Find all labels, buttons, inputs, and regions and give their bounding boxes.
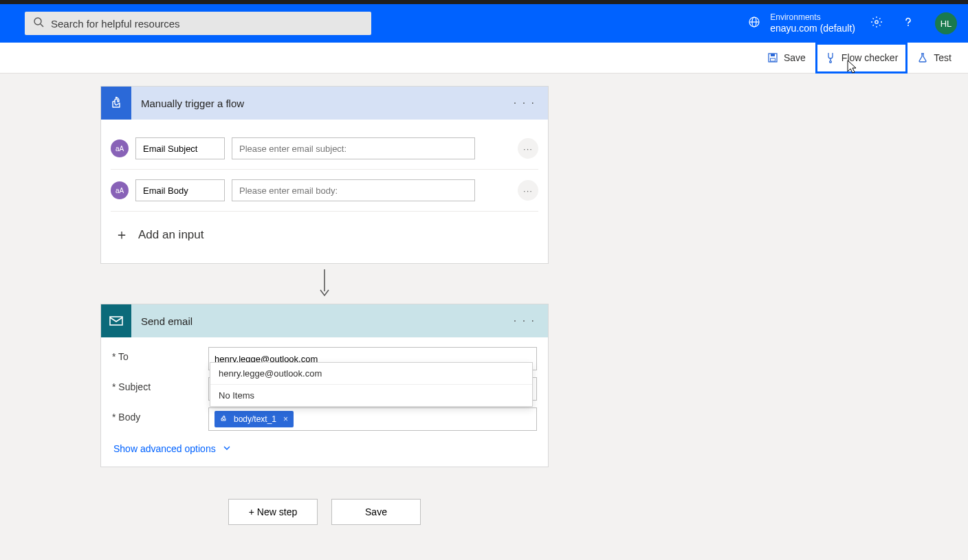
text-param-icon: aA [111,181,129,199]
dynamic-token[interactable]: body/text_1 × [214,411,294,427]
trigger-input-row: aA ··· [111,170,538,212]
add-input-label: Add an input [138,228,204,242]
dropdown-input-row[interactable]: henry.legge@outlook.com [210,363,532,385]
trigger-icon [101,87,131,120]
param-desc-input[interactable] [232,137,475,159]
test-button[interactable]: Test [908,43,961,74]
test-label: Test [934,52,952,63]
search-box[interactable] [25,12,371,35]
param-name-input[interactable] [135,137,225,159]
add-input-button[interactable]: ＋ Add an input [111,212,538,259]
environment-name: enayu.com (default) [770,23,855,34]
svg-point-6 [908,25,909,26]
bottom-button-row: + New step Save [100,467,549,525]
save-button[interactable]: Save [758,43,815,74]
show-advanced-link[interactable]: Show advanced options [112,438,537,457]
environment-picker[interactable]: Environments enayu.com (default) [748,13,855,34]
globe-icon [748,16,760,31]
to-label: * To [112,347,208,362]
action-title: Send email [141,315,501,327]
trigger-card: Manually trigger a flow · · · aA ··· aA … [100,86,549,264]
save-flow-button[interactable]: Save [331,499,421,525]
editor-toolbar: Save Flow checker Test [0,43,968,74]
user-avatar[interactable]: HL [935,12,957,34]
help-icon[interactable] [898,16,918,32]
token-text: body/text_1 [234,414,276,424]
token-trigger-icon [217,413,230,425]
autocomplete-dropdown: henry.legge@outlook.com No Items [210,362,533,407]
mail-icon [101,304,131,337]
svg-line-1 [41,24,43,27]
flow-canvas: Manually trigger a flow · · · aA ··· aA … [0,74,968,546]
svg-rect-9 [770,58,775,61]
dropdown-no-items: No Items [210,385,532,406]
advanced-label: Show advanced options [113,443,216,454]
token-remove-icon[interactable]: × [283,414,288,424]
search-icon [33,16,44,30]
trigger-header[interactable]: Manually trigger a flow · · · [101,87,548,120]
action-header[interactable]: Send email · · · [101,304,548,337]
param-more-icon[interactable]: ··· [518,138,538,159]
connector-arrow [100,264,549,304]
flow-checker-label: Flow checker [842,52,898,63]
app-header: Environments enayu.com (default) HL [0,4,968,43]
body-label: * Body [112,407,208,423]
save-label: Save [784,52,806,63]
param-name-input[interactable] [135,179,225,201]
plus-icon: ＋ [115,225,129,244]
trigger-menu-icon[interactable]: · · · [501,97,548,109]
body-input[interactable]: body/text_1 × [208,407,537,431]
search-input[interactable] [51,18,363,30]
svg-point-10 [829,61,831,63]
svg-point-0 [34,18,41,25]
action-card: Send email · · · * To henry.legge@outloo… [100,304,549,467]
settings-icon[interactable] [866,16,887,32]
svg-point-5 [875,20,878,23]
trigger-input-row: aA ··· [111,128,538,170]
trigger-title: Manually trigger a flow [141,98,501,109]
param-more-icon[interactable]: ··· [518,180,538,201]
chevron-down-icon [223,443,231,454]
flow-checker-button[interactable]: Flow checker [815,43,908,74]
new-step-button[interactable]: + New step [228,499,318,525]
param-desc-input[interactable] [232,179,475,201]
subject-label: * Subject [112,377,208,392]
svg-point-11 [116,97,117,98]
text-param-icon: aA [111,139,129,157]
svg-rect-13 [110,317,122,325]
action-menu-icon[interactable]: · · · [501,315,548,327]
environment-label: Environments [770,13,855,23]
svg-rect-8 [771,54,775,56]
